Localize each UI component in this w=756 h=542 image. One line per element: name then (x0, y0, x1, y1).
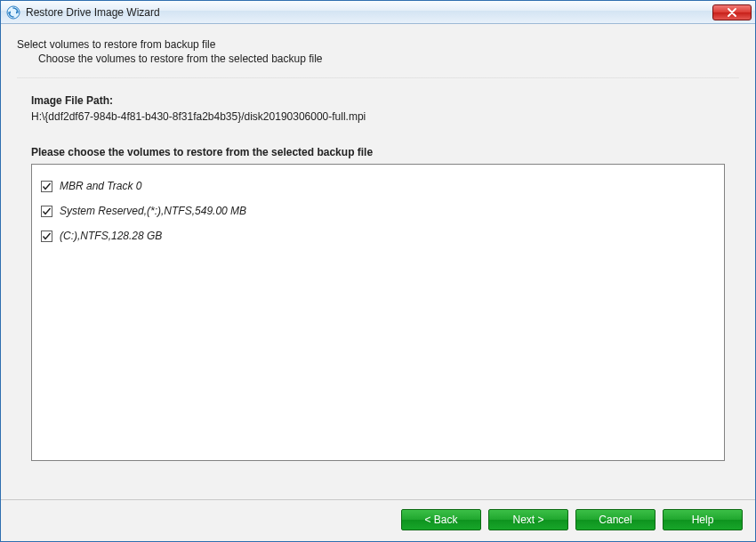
image-file-path-value: H:\{ddf2df67-984b-4f81-b430-8f31fa2b4b35… (31, 110, 725, 123)
checkmark-icon (42, 206, 52, 216)
divider (17, 77, 739, 78)
wizard-window: Restore Drive Image Wizard Select volume… (0, 0, 756, 542)
volume-row[interactable]: (C:),NTFS,128.28 GB (41, 223, 715, 248)
window-title: Restore Drive Image Wizard (26, 6, 712, 19)
volume-checkbox[interactable] (41, 181, 52, 192)
image-file-path-label: Image File Path: (31, 94, 725, 107)
titlebar: Restore Drive Image Wizard (1, 1, 755, 24)
heading-sub: Choose the volumes to restore from the s… (38, 53, 739, 65)
cancel-button[interactable]: Cancel (575, 509, 655, 530)
volume-label: System Reserved,(*:),NTFS,549.00 MB (60, 205, 246, 217)
volume-row[interactable]: System Reserved,(*:),NTFS,549.00 MB (41, 198, 715, 223)
volume-row[interactable]: MBR and Track 0 (41, 174, 715, 198)
volume-checkbox[interactable] (41, 231, 52, 242)
volumes-choose-label: Please choose the volumes to restore fro… (31, 146, 725, 158)
volume-label: (C:),NTFS,128.28 GB (60, 230, 162, 242)
volume-label: MBR and Track 0 (60, 180, 141, 192)
next-button[interactable]: Next > (488, 509, 568, 530)
close-button[interactable] (712, 4, 752, 20)
checkmark-icon (42, 182, 52, 191)
main-section: Image File Path: H:\{ddf2df67-984b-4f81-… (31, 94, 725, 461)
checkmark-icon (42, 231, 52, 241)
wizard-heading: Select volumes to restore from backup fi… (17, 36, 739, 74)
help-button[interactable]: Help (663, 509, 743, 530)
client-area: Select volumes to restore from backup fi… (1, 24, 755, 541)
back-button[interactable]: < Back (401, 509, 481, 530)
heading-main: Select volumes to restore from backup fi… (17, 38, 739, 51)
volume-checkbox[interactable] (41, 206, 52, 217)
app-icon (6, 5, 20, 20)
footer-buttons: < Back Next > Cancel Help (1, 499, 755, 541)
close-icon (727, 8, 737, 17)
content: Select volumes to restore from backup fi… (1, 24, 755, 499)
volumes-listbox[interactable]: MBR and Track 0 System Reserved,(*:),NTF… (31, 164, 725, 461)
